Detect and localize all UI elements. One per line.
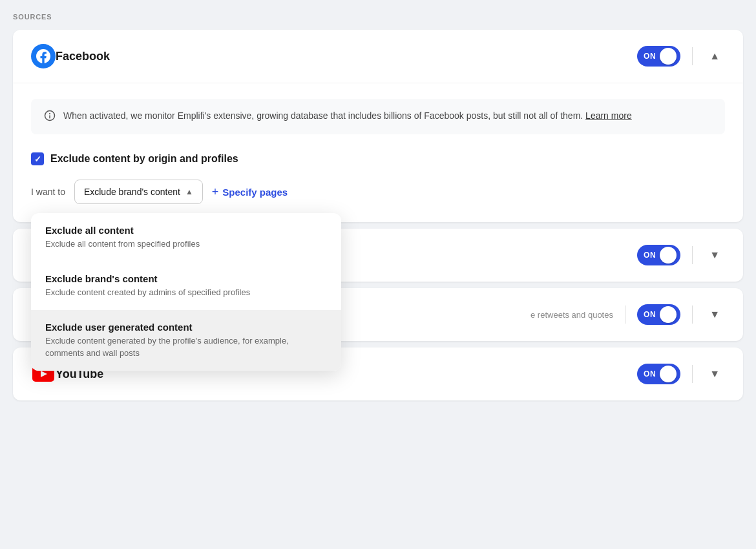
facebook-body: When activated, we monitor Emplifi's ext… [13,83,743,222]
dropdown-item-title-exclude-ugc: Exclude user generated content [45,322,327,333]
facebook-collapse-button[interactable]: ▲ [704,48,725,65]
learn-more-link[interactable]: Learn more [585,110,632,121]
controls-row: I want to Exclude brand's content ▲ + Sp… [31,180,725,204]
instagram-collapse-button[interactable]: ▼ [704,247,725,264]
youtube-header-divider [692,365,693,383]
dropdown-item-exclude-brand[interactable]: Exclude brand's content Exclude content … [31,262,341,310]
twitter-extra-divider [625,306,625,324]
instagram-toggle[interactable]: ON [637,245,680,265]
facebook-info-text: When activated, we monitor Emplifi's ext… [63,109,632,123]
instagram-toggle-knob [660,247,677,264]
dropdown-item-desc-exclude-ugc: Exclude content generated by the profile… [45,335,327,358]
specify-plus-icon: + [212,185,219,199]
instagram-header-divider [692,246,693,264]
twitter-toggle-group: ON ▼ [625,304,725,325]
facebook-toggle-knob [660,48,677,65]
exclude-label: Exclude content by origin and profiles [50,153,238,165]
exclude-checkbox[interactable]: ✓ [31,152,44,165]
youtube-collapse-button[interactable]: ▼ [704,366,725,382]
dropdown-item-title-exclude-brand: Exclude brand's content [45,273,327,284]
exclude-section: ✓ Exclude content by origin and profiles [31,152,725,165]
instagram-toggle-label: ON [644,251,656,260]
facebook-header-divider [692,47,693,65]
youtube-toggle-knob [660,366,677,382]
twitter-extra-info: e retweets and quotes [530,310,613,320]
facebook-icon [31,44,56,68]
dropdown-item-title-exclude-all: Exclude all content [45,225,327,236]
dropdown-arrow-icon: ▲ [185,187,193,196]
facebook-toggle[interactable]: ON [637,46,680,67]
dropdown-current-value: Exclude brand's content [84,187,180,197]
specify-pages-button[interactable]: + Specify pages [212,185,288,199]
facebook-info-box: When activated, we monitor Emplifi's ext… [31,99,725,134]
twitter-toggle-label: ON [644,310,656,319]
facebook-header: Facebook ON ▲ [13,30,743,83]
facebook-toggle-group: ON ▲ [637,46,725,67]
twitter-collapse-button[interactable]: ▼ [704,306,725,323]
exclude-type-dropdown[interactable]: Exclude brand's content ▲ [74,180,203,204]
specify-pages-label: Specify pages [222,187,288,198]
i-want-to-label: I want to [31,187,65,197]
dropdown-item-desc-exclude-brand: Exclude content created by admins of spe… [45,287,327,298]
twitter-header-divider [692,306,693,324]
twitter-toggle-knob [660,306,677,323]
twitter-toggle[interactable]: ON [637,304,680,325]
facebook-card: Facebook ON ▲ When activated, we monitor… [13,30,743,222]
dropdown-item-desc-exclude-all: Exclude all content from specified profi… [45,238,327,250]
facebook-name: Facebook [56,50,637,63]
youtube-toggle[interactable]: ON [637,364,680,384]
dropdown-item-exclude-all[interactable]: Exclude all content Exclude all content … [31,213,341,262]
youtube-toggle-label: ON [644,369,656,378]
youtube-toggle-group: ON ▼ [637,364,725,384]
info-icon [44,110,56,124]
sources-section-label: SOURCES [13,13,743,21]
facebook-toggle-label: ON [644,52,656,61]
exclude-type-dropdown-menu: Exclude all content Exclude all content … [31,213,341,371]
checkbox-check-icon: ✓ [34,154,41,164]
instagram-toggle-group: ON ▼ [637,245,725,265]
dropdown-item-exclude-ugc[interactable]: Exclude user generated content Exclude c… [31,310,341,370]
